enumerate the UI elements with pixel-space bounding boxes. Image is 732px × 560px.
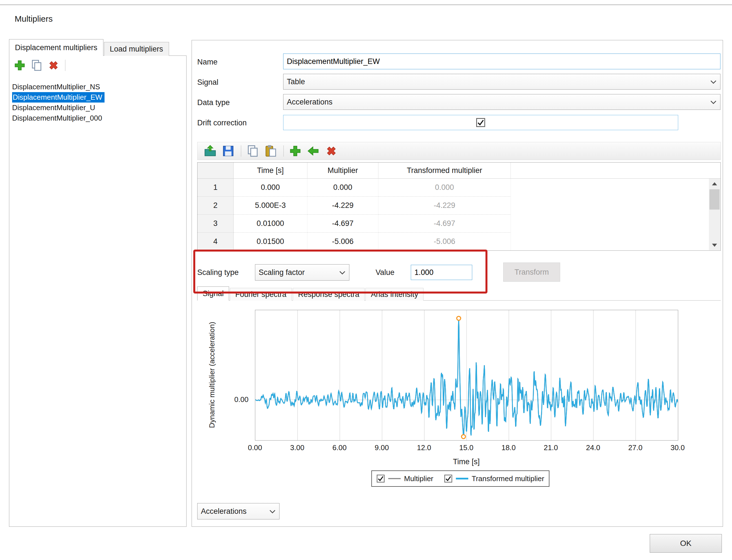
- drift-correction-field: [283, 115, 678, 130]
- open-button[interactable]: [204, 145, 217, 157]
- drift-correction-label: Drift correction: [197, 119, 247, 127]
- transformed-cell: 0.000: [378, 179, 511, 197]
- multiplier-list: DisplacementMultiplier_NS DisplacementMu…: [10, 82, 186, 123]
- list-item-selected[interactable]: DisplacementMultiplier_EW: [10, 92, 186, 103]
- tab-signal[interactable]: Signal: [197, 286, 229, 301]
- multiplier-cell[interactable]: -5.006: [307, 233, 378, 251]
- tab-load-multipliers[interactable]: Load multipliers: [104, 42, 169, 56]
- multiplier-cell[interactable]: -4.697: [307, 215, 378, 233]
- save-icon: [222, 145, 235, 157]
- scaling-value-input[interactable]: [411, 265, 472, 280]
- row-number-cell: 4: [198, 233, 234, 251]
- list-item[interactable]: DisplacementMultiplier_000: [10, 113, 186, 123]
- chevron-down-icon: [710, 77, 717, 86]
- paste-icon: [264, 145, 277, 157]
- copy-icon: [30, 59, 43, 72]
- tab-arias-intensity[interactable]: Arias intensity: [365, 288, 423, 301]
- data-type-label: Data type: [197, 98, 230, 107]
- trough-marker: [462, 435, 465, 439]
- chevron-down-icon: [710, 98, 717, 106]
- chevron-down-icon: [269, 507, 276, 516]
- revert-button[interactable]: [307, 145, 320, 157]
- copy-rows-button[interactable]: [246, 145, 259, 157]
- header-filler: [511, 163, 720, 178]
- y-tick-label: 0.00: [223, 395, 249, 404]
- list-item-label: DisplacementMultiplier_EW: [12, 92, 105, 103]
- scroll-up-button[interactable]: [709, 179, 720, 189]
- window-top-border: [0, 5, 732, 5]
- scrollbar-thumb[interactable]: [709, 189, 720, 210]
- x-tick-label: 30.0: [664, 443, 691, 452]
- x-tick-label: 9.00: [368, 443, 395, 452]
- time-column-header: Time [s]: [234, 163, 307, 178]
- row-number-cell: 1: [198, 179, 234, 197]
- down-arrow-icon: [712, 244, 717, 247]
- chart-tab-strip: Signal Fourier spectra Response spectra …: [197, 287, 423, 301]
- transform-button[interactable]: Transform: [503, 263, 560, 282]
- scroll-down-button[interactable]: [709, 240, 720, 250]
- toolbar-separator: [65, 60, 65, 71]
- chart-legend: Multiplier Transformed multiplier: [371, 470, 549, 487]
- delete-row-button[interactable]: [325, 145, 338, 157]
- scaling-type-value: Scaling factor: [259, 268, 305, 277]
- display-type-select[interactable]: Accelerations: [197, 503, 280, 519]
- ok-button[interactable]: OK: [650, 534, 722, 553]
- list-item-label: DisplacementMultiplier_U: [12, 103, 95, 112]
- paste-rows-button[interactable]: [264, 145, 277, 157]
- name-label: Name: [197, 58, 218, 66]
- x-tick-label: 18.0: [495, 443, 522, 452]
- drift-correction-checkbox[interactable]: [476, 118, 485, 127]
- list-item[interactable]: DisplacementMultiplier_NS: [10, 82, 186, 92]
- multiplier-cell[interactable]: 0.000: [307, 179, 378, 197]
- multiplier-detail-panel: [192, 40, 723, 527]
- scaling-type-select[interactable]: Scaling factor: [255, 264, 349, 281]
- row-number-cell: 3: [198, 215, 234, 233]
- x-tick-label: 0.00: [241, 443, 269, 452]
- add-multiplier-button[interactable]: [13, 59, 26, 72]
- data-type-select-value: Accelerations: [287, 98, 332, 106]
- x-tick-label: 27.0: [622, 443, 649, 452]
- copy-multiplier-button[interactable]: [30, 59, 43, 72]
- scaling-type-label: Scaling type: [197, 268, 239, 277]
- time-cell[interactable]: 0.000: [234, 179, 307, 197]
- legend-label: Multiplier: [404, 474, 433, 483]
- list-item-label: DisplacementMultiplier_NS: [12, 83, 100, 91]
- time-cell[interactable]: 5.000E-3: [234, 197, 307, 215]
- toolbar-separator: [241, 145, 241, 157]
- tab-fourier-spectra[interactable]: Fourier spectra: [230, 288, 292, 301]
- signal-select[interactable]: Table: [283, 74, 720, 90]
- revert-icon: [307, 145, 320, 157]
- time-cell[interactable]: 0.01500: [234, 233, 307, 251]
- tab-response-spectra[interactable]: Response spectra: [293, 288, 365, 301]
- transformed-cell: -5.006: [378, 233, 511, 251]
- delete-multiplier-button[interactable]: [47, 59, 60, 72]
- display-type-value: Accelerations: [201, 507, 247, 516]
- transformed-cell: -4.229: [378, 197, 511, 215]
- table-row[interactable]: 2 5.000E-3 -4.229 -4.229: [198, 197, 720, 215]
- multiplier-legend-checkbox[interactable]: [376, 474, 385, 483]
- name-input[interactable]: [283, 54, 720, 69]
- transformed-line-swatch: [456, 478, 468, 479]
- peak-marker: [457, 316, 461, 320]
- x-tick-label: 24.0: [580, 443, 607, 452]
- multiplier-cell[interactable]: -4.229: [307, 197, 378, 215]
- table-row[interactable]: 1 0.000 0.000 0.000: [198, 179, 720, 197]
- legend-label: Transformed multiplier: [472, 474, 544, 483]
- multiplier-line-swatch: [388, 478, 401, 479]
- tab-displacement-multipliers[interactable]: Displacement multipliers: [9, 39, 103, 56]
- table-toolbar: [197, 142, 721, 160]
- signal-waveform: [255, 310, 678, 440]
- table-row[interactable]: 4 0.01500 -5.006 -5.006: [198, 233, 720, 251]
- x-tick-label: 21.0: [537, 443, 564, 452]
- transformed-legend-checkbox[interactable]: [444, 474, 452, 483]
- save-button[interactable]: [222, 145, 235, 157]
- x-tick-label: 12.0: [411, 443, 438, 452]
- data-type-select[interactable]: Accelerations: [283, 94, 720, 110]
- table-scrollbar[interactable]: [709, 179, 720, 250]
- table-row[interactable]: 3 0.01000 -4.697 -4.697: [198, 215, 720, 233]
- copy-icon: [246, 145, 259, 157]
- time-cell[interactable]: 0.01000: [234, 215, 307, 233]
- add-row-button[interactable]: [289, 145, 302, 157]
- list-item[interactable]: DisplacementMultiplier_U: [10, 103, 186, 113]
- dialog-title: Multipliers: [15, 14, 53, 24]
